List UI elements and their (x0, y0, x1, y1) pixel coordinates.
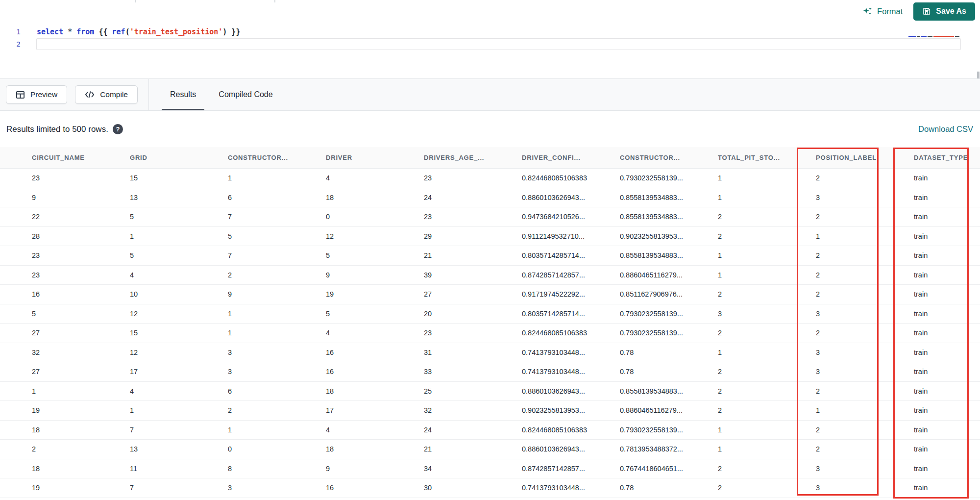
table-grid-icon (16, 90, 25, 100)
results-limit-text: Results limited to 500 rows. (6, 125, 108, 134)
download-csv-link[interactable]: Download CSV (918, 125, 973, 134)
table-cell: 27 (24, 324, 122, 343)
table-cell: 15 (122, 169, 220, 188)
table-cell: 0.9023255813953... (612, 227, 710, 246)
column-header-constructor: CONSTRUCTOR... (612, 147, 710, 168)
table-cell: 0.7930232558139... (612, 304, 710, 324)
table-cell: 9 (220, 285, 318, 304)
tab-bar-divider (135, 0, 136, 2)
table-cell: 21 (416, 440, 514, 459)
editor-minimap[interactable] (908, 36, 959, 37)
table-cell: 5 (24, 304, 122, 324)
table-cell: 13 (122, 440, 220, 459)
table-cell: 3 (808, 343, 906, 362)
table-cell: 1 (710, 246, 808, 265)
table-cell: 0.9023255813953... (514, 401, 612, 420)
table-cell: 5 (122, 246, 220, 265)
table-row: 197316300.7413793103448...0.7823train (0, 478, 980, 498)
code-icon (85, 90, 95, 99)
table-cell: 32 (416, 401, 514, 420)
table-cell: 13 (122, 188, 220, 207)
table-row: 213018210.8860103626943...0.781395348837… (0, 440, 980, 459)
table-cell: 2 (24, 440, 122, 459)
table-cell: 23 (416, 324, 514, 343)
table-cell: 2 (710, 285, 808, 304)
table-cell: 0.8511627906976... (612, 285, 710, 304)
table-cell: 4 (122, 382, 220, 401)
table-cell: 1 (122, 227, 220, 246)
table-cell: 12 (318, 227, 416, 246)
table-cell: 7 (220, 246, 318, 265)
table-cell: 3 (220, 362, 318, 381)
table-cell: train (906, 478, 980, 498)
table-cell: train (906, 227, 980, 246)
table-row: 22570230.9473684210526...0.8558139534883… (0, 207, 980, 227)
code-token-plain (63, 27, 68, 36)
table-cell: 3 (710, 304, 808, 324)
tab-results[interactable]: Results (162, 79, 204, 110)
help-icon[interactable]: ? (113, 124, 123, 134)
table-cell: 25 (416, 382, 514, 401)
table-cell: 3 (220, 478, 318, 498)
table-cell: 16 (24, 285, 122, 304)
table-cell: 16 (318, 343, 416, 362)
table-cell: 0.7930232558139... (612, 169, 710, 188)
table-cell: 2 (710, 401, 808, 420)
table-cell: 0.78 (612, 362, 710, 381)
table-cell: train (906, 324, 980, 343)
sql-editor[interactable]: 1 select * from {{ ref('train_test_posit… (0, 23, 980, 78)
table-cell: 27 (24, 362, 122, 381)
table-cell: 0 (220, 440, 318, 459)
column-header-driver_confi: DRIVER_CONFI... (514, 147, 612, 168)
table-cell: 7 (122, 421, 220, 440)
table-cell: 5 (220, 227, 318, 246)
table-cell: 4 (318, 421, 416, 440)
table-cell: 2 (808, 382, 906, 401)
code-token-plain: }} (227, 27, 240, 36)
table-cell: 1 (710, 266, 808, 285)
table-cell: 1 (710, 440, 808, 459)
table-cell: 0.78 (612, 478, 710, 498)
table-cell: train (906, 285, 980, 304)
minimap-segment (908, 36, 916, 37)
table-cell: 9 (318, 266, 416, 285)
save-as-button[interactable]: Save As (913, 2, 975, 21)
code-token-plain: ) (222, 27, 227, 36)
table-row: 18714240.8244680851063830.7930232558139.… (0, 421, 980, 440)
compile-button[interactable]: Compile (75, 85, 138, 104)
table-cell: 4 (318, 324, 416, 343)
table-cell: 7 (122, 478, 220, 498)
table-cell: 18 (318, 382, 416, 401)
table-row: 231514230.8244680851063830.7930232558139… (0, 169, 980, 188)
table-cell: 2 (808, 246, 906, 265)
table-row: 2717316330.7413793103448...0.7823train (0, 362, 980, 382)
table-cell: 2 (710, 207, 808, 226)
table-cell: 1 (220, 324, 318, 343)
table-cell: 0.8558139534883... (612, 188, 710, 207)
code-token-function: ref (112, 27, 125, 36)
results-tabs: ResultsCompiled Code (149, 79, 281, 110)
editor-line-2[interactable]: 2 (0, 38, 980, 50)
table-row: 281512290.9112149532710...0.902325581395… (0, 227, 980, 247)
column-header-drivers_age_: DRIVERS_AGE_... (416, 147, 514, 168)
column-header-total_pit_sto: TOTAL_PIT_STO... (710, 147, 808, 168)
code-token-keyword: select (37, 27, 63, 36)
table-cell: 18 (318, 440, 416, 459)
table-cell: 1 (710, 169, 808, 188)
table-cell: 34 (416, 459, 514, 478)
code-line-1-content: select * from {{ ref('train_test_positio… (37, 27, 240, 36)
table-cell: train (906, 382, 980, 401)
tab-compiled-code[interactable]: Compiled Code (210, 79, 281, 110)
table-cell: train (906, 343, 980, 362)
table-cell: 2 (808, 421, 906, 440)
table-cell: 2 (710, 382, 808, 401)
format-button[interactable]: Format (855, 2, 910, 21)
preview-button[interactable]: Preview (6, 85, 67, 104)
table-row: 271514230.8244680851063830.7930232558139… (0, 324, 980, 343)
column-header-grid: GRID (122, 147, 220, 168)
table-cell: 2 (808, 169, 906, 188)
table-cell: 1 (122, 401, 220, 420)
top-toolbar: Format Save As (0, 0, 980, 23)
editor-line-1[interactable]: 1 select * from {{ ref('train_test_posit… (0, 25, 980, 38)
table-row: 23429390.8742857142857...0.8860465116279… (0, 266, 980, 285)
